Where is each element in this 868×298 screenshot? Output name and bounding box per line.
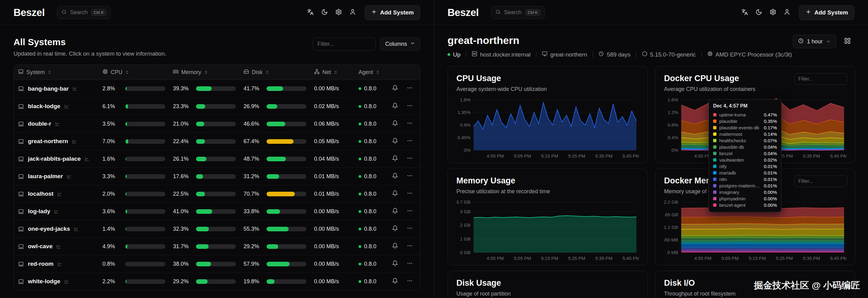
languages-button[interactable] bbox=[738, 5, 752, 20]
memory-bar bbox=[196, 262, 236, 266]
disk-metric: 33.8% bbox=[244, 208, 314, 215]
card-subtitle: Usage of root partition bbox=[456, 291, 639, 297]
alerts-bell-button[interactable] bbox=[389, 101, 401, 112]
columns-button[interactable]: Columns bbox=[380, 37, 420, 51]
table-row[interactable]: localhost 2.0% 22.5% 70.7% 0.01 MB/s 0.8… bbox=[14, 185, 420, 202]
row-menu-button[interactable] bbox=[404, 276, 415, 287]
memory-icon bbox=[173, 69, 179, 76]
memory-bar bbox=[196, 192, 236, 196]
settings-button[interactable] bbox=[332, 5, 346, 20]
table-row[interactable]: white-lodge 2.2% 29.2% 19.8% 0.00 MB/s 0… bbox=[14, 272, 420, 290]
agent-cell: 0.8.0 bbox=[359, 191, 388, 197]
header-agent[interactable]: Agent bbox=[359, 69, 388, 76]
svg-text:1.6%: 1.6% bbox=[668, 97, 678, 102]
alerts-bell-button[interactable] bbox=[389, 276, 401, 287]
row-menu-button[interactable] bbox=[404, 83, 415, 94]
alerts-bell-button[interactable] bbox=[389, 241, 401, 252]
row-menu-button[interactable] bbox=[404, 170, 415, 182]
system-chart-icon bbox=[67, 174, 71, 179]
monitor-icon bbox=[542, 51, 548, 58]
row-menu-button[interactable] bbox=[404, 258, 415, 270]
system-name: owl-cave bbox=[28, 243, 53, 250]
ellipsis-icon bbox=[407, 190, 413, 198]
agent-version: 0.8.0 bbox=[364, 191, 376, 197]
table-row[interactable]: jack-rabbits-palace 1.6% 26.1% 48.7% 0.0… bbox=[14, 150, 420, 167]
alerts-bell-button[interactable] bbox=[389, 170, 401, 182]
header-net[interactable]: Net bbox=[314, 69, 359, 76]
theme-toggle-button[interactable] bbox=[317, 5, 332, 20]
alerts-bell-button[interactable] bbox=[389, 258, 401, 270]
header-system[interactable]: System bbox=[18, 69, 102, 76]
alerts-bell-button[interactable] bbox=[389, 188, 401, 200]
alerts-bell-button[interactable] bbox=[389, 118, 401, 130]
layout-grid-button[interactable] bbox=[840, 34, 855, 49]
settings-button[interactable] bbox=[766, 5, 780, 20]
hostname-item: host.docker.internal bbox=[472, 51, 531, 58]
beszel-logo[interactable]: Beszel bbox=[13, 7, 45, 19]
system-chart-icon bbox=[64, 104, 69, 109]
table-row[interactable]: black-lodge 6.1% 23.3% 26.9% 0.02 MB/s 0… bbox=[14, 98, 420, 115]
alerts-bell-button[interactable] bbox=[389, 206, 401, 217]
system-chart-icon bbox=[72, 139, 77, 144]
system-chart-icon bbox=[85, 157, 89, 161]
table-row[interactable]: great-northern 7.0% 22.4% 67.4% 0.05 MB/… bbox=[14, 132, 420, 150]
row-menu-button[interactable] bbox=[404, 223, 415, 235]
table-row[interactable]: red-room 0.8% 38.0% 57.9% 0.00 MB/s 0.8.… bbox=[14, 255, 420, 272]
user-button[interactable] bbox=[346, 5, 360, 20]
row-menu-button[interactable] bbox=[404, 241, 415, 252]
ellipsis-icon bbox=[407, 155, 413, 163]
disk-bar bbox=[267, 121, 306, 126]
row-menu-button[interactable] bbox=[404, 135, 415, 147]
user-icon bbox=[349, 8, 356, 17]
row-menu-button[interactable] bbox=[404, 188, 415, 200]
alerts-bell-button[interactable] bbox=[389, 83, 401, 94]
alerts-bell-button[interactable] bbox=[389, 135, 401, 147]
row-menu-button[interactable] bbox=[404, 153, 415, 165]
docker-memory-filter-input[interactable] bbox=[795, 175, 847, 187]
global-search[interactable]: Search Ctrl K bbox=[57, 6, 111, 19]
system-name: localhost bbox=[28, 190, 53, 197]
languages-button[interactable] bbox=[303, 5, 317, 20]
header-cpu[interactable]: CPU bbox=[102, 69, 173, 76]
user-button[interactable] bbox=[780, 5, 794, 20]
ellipsis-icon bbox=[407, 85, 413, 92]
theme-toggle-button[interactable] bbox=[752, 5, 766, 20]
table-row[interactable]: log-lady 3.6% 41.0% 33.8% 0.00 MB/s 0.8.… bbox=[14, 202, 420, 220]
row-menu-button[interactable] bbox=[404, 118, 415, 130]
docker-cpu-filter-input[interactable] bbox=[795, 73, 847, 85]
beszel-logo[interactable]: Beszel bbox=[447, 7, 479, 19]
card-title: CPU Usage bbox=[456, 74, 639, 83]
cpu-usage-chart[interactable]: 1.8%1.35%0.9%0.45%0%4:55 PM5:05 PM5:15 P… bbox=[456, 97, 639, 161]
net-value: 0.01 MB/s bbox=[314, 173, 359, 180]
svg-text:5:45 PM: 5:45 PM bbox=[623, 255, 639, 261]
memory-bar bbox=[196, 227, 236, 231]
search-shortcut: Ctrl K bbox=[91, 9, 107, 16]
header-disk[interactable]: Disk bbox=[244, 69, 314, 76]
time-range-select[interactable]: 1 hour bbox=[793, 35, 836, 48]
add-system-button[interactable]: Add System bbox=[799, 5, 855, 20]
global-search[interactable]: Search Ctrl K bbox=[491, 6, 545, 19]
svg-text:5:35 PM: 5:35 PM bbox=[595, 255, 613, 261]
alerts-bell-button[interactable] bbox=[389, 223, 401, 235]
alerts-bell-button[interactable] bbox=[389, 153, 401, 165]
agent-version: 0.8.0 bbox=[364, 138, 376, 145]
card-subtitle: Average system-wide CPU utilization bbox=[456, 86, 639, 92]
bell-icon bbox=[392, 208, 398, 215]
table-row[interactable]: one-eyed-jacks 1.4% 32.3% 55.3% 0.00 MB/… bbox=[14, 220, 420, 238]
row-menu-button[interactable] bbox=[404, 101, 415, 112]
table-row[interactable]: bang-bang-bar 2.8% 39.3% 41.7% 0.00 MB/s… bbox=[14, 80, 420, 98]
add-system-button[interactable]: Add System bbox=[365, 5, 420, 20]
table-row[interactable]: double-r 3.5% 21.0% 46.6% 0.06 MB/s 0.8.… bbox=[14, 115, 420, 132]
header-memory[interactable]: Memory bbox=[173, 69, 244, 76]
table-row[interactable]: owl-cave 4.9% 31.7% 29.2% 0.00 MB/s 0.8.… bbox=[14, 238, 420, 255]
status-badge[interactable]: Up bbox=[447, 51, 460, 58]
search-icon bbox=[495, 9, 501, 16]
ellipsis-icon bbox=[407, 225, 413, 233]
systems-filter-input[interactable] bbox=[313, 37, 376, 51]
system-chart-icon bbox=[57, 192, 62, 196]
row-menu-button[interactable] bbox=[404, 206, 415, 217]
svg-text:5:05 PM: 5:05 PM bbox=[514, 255, 531, 261]
disk-metric: 55.3% bbox=[244, 226, 314, 232]
table-row[interactable]: laura-palmer 3.3% 17.6% 31.2% 0.01 MB/s … bbox=[14, 167, 420, 185]
memory-usage-chart[interactable]: 3.7 GB3 GB2 GB1 GB0 GB4:55 PM5:05 PM5:15… bbox=[456, 199, 639, 263]
